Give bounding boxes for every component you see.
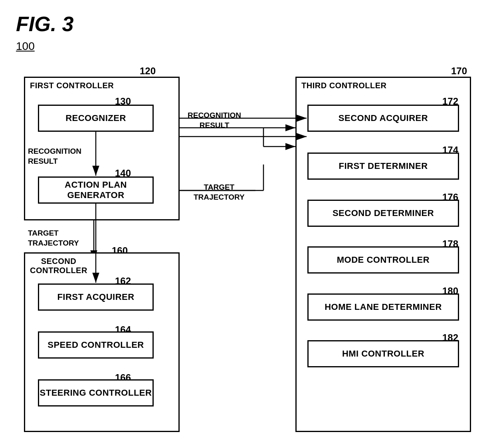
first-acquirer-label: FIRST ACQUIRER [57, 292, 134, 302]
page-container: FIG. 3 100 [0, 0, 495, 448]
mode-controller-label: MODE CONTROLLER [337, 255, 430, 265]
first-determiner-label: FIRST DETERMINER [339, 161, 428, 171]
recognition-result-center: RECOGNITIONRESULT [188, 111, 241, 130]
home-lane-determiner-box: HOME LANE DETERMINER [307, 293, 459, 321]
steering-controller-box: STEERING CONTROLLER [38, 379, 154, 406]
mode-controller-box: MODE CONTROLLER [307, 246, 459, 274]
recognizer-label: RECOGNIZER [65, 113, 126, 123]
first-acquirer-box: FIRST ACQUIRER [38, 283, 154, 311]
recognizer-box: RECOGNIZER [38, 105, 154, 132]
speed-controller-box: SPEED CONTROLLER [38, 331, 154, 359]
hmi-controller-label: HMI CONTROLLER [342, 349, 424, 359]
ref-main: 100 [16, 40, 479, 53]
target-trajectory-center: TARGETTRAJECTORY [194, 182, 245, 202]
hmi-controller-box: HMI CONTROLLER [307, 340, 459, 367]
speed-controller-label: SPEED CONTROLLER [48, 340, 144, 350]
target-trajectory-left: TARGETTRAJECTORY [28, 228, 79, 248]
action-plan-generator-label: ACTION PLAN GENERATOR [39, 180, 152, 200]
second-determiner-label: SECOND DETERMINER [333, 208, 434, 218]
action-plan-generator-box: ACTION PLAN GENERATOR [38, 176, 154, 204]
fig-title: FIG. 3 [16, 12, 479, 36]
second-controller-label: SECONDCONTROLLER [30, 257, 87, 275]
steering-controller-label: STEERING CONTROLLER [40, 388, 152, 398]
second-acquirer-label: SECOND ACQUIRER [339, 113, 428, 123]
first-controller-label: FIRST CONTROLLER [30, 81, 114, 90]
ref-170: 170 [451, 65, 467, 77]
home-lane-determiner-label: HOME LANE DETERMINER [325, 302, 442, 312]
second-determiner-box: SECOND DETERMINER [307, 200, 459, 227]
third-controller-label: THIRD CONTROLLER [301, 81, 387, 90]
ref-120: 120 [140, 65, 156, 77]
diagram: 120 FIRST CONTROLLER 130 RECOGNIZER RECO… [16, 65, 479, 440]
recognition-result-left: RECOGNITIONRESULT [28, 147, 81, 166]
first-determiner-box: FIRST DETERMINER [307, 153, 459, 180]
second-acquirer-box: SECOND ACQUIRER [307, 105, 459, 132]
